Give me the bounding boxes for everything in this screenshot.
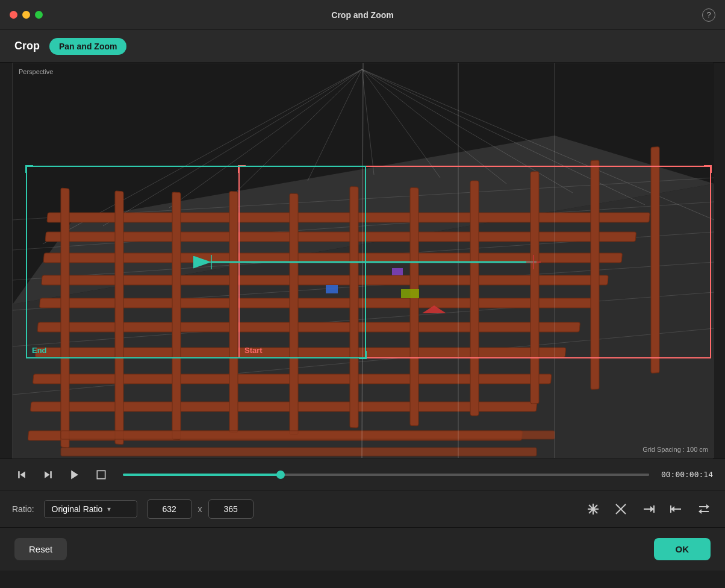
help-button[interactable]: ? [702, 8, 715, 22]
svg-rect-56 [18, 471, 20, 478]
minimize-button[interactable] [22, 11, 30, 19]
tab-pan-zoom[interactable]: Pan and Zoom [49, 38, 126, 55]
svg-rect-69 [653, 505, 655, 513]
svg-marker-57 [45, 471, 49, 478]
viewport[interactable]: Perspective Grid Spacing : 100 cm [13, 63, 714, 458]
svg-rect-39 [651, 147, 659, 374]
svg-rect-22 [42, 275, 608, 285]
ratio-height-input[interactable] [208, 499, 254, 519]
svg-rect-32 [229, 192, 238, 433]
crop-clear-button[interactable] [612, 500, 630, 518]
svg-marker-55 [20, 471, 25, 478]
svg-marker-59 [71, 470, 78, 479]
chevron-down-icon: ▾ [107, 505, 111, 513]
scrubber[interactable] [123, 474, 649, 476]
svg-rect-33 [290, 193, 298, 434]
svg-line-7 [362, 69, 374, 175]
svg-rect-27 [30, 402, 537, 411]
ratio-selected-value: Original Ratio [52, 504, 103, 514]
svg-rect-29 [61, 188, 69, 448]
crop-arrow-left-icon [670, 502, 683, 516]
ratio-select[interactable]: Original Ratio ▾ [44, 500, 137, 518]
crop-arrow-right-icon [642, 502, 655, 516]
svg-rect-44 [401, 289, 419, 298]
ok-button[interactable]: OK [654, 538, 711, 560]
svg-rect-34 [350, 187, 358, 428]
svg-rect-43 [392, 268, 403, 275]
svg-rect-41 [61, 448, 537, 456]
svg-line-8 [362, 69, 440, 178]
play-icon [69, 469, 81, 481]
crop-full-icon [587, 502, 600, 516]
step-back-icon [16, 469, 28, 481]
window-title: Crop and Zoom [331, 10, 393, 20]
scrubber-track [123, 474, 649, 476]
crop-arrow-left-button[interactable] [667, 500, 685, 518]
svg-rect-60 [97, 471, 105, 478]
viewport-wrapper: Perspective Grid Spacing : 100 cm [12, 63, 713, 458]
title-bar: Crop and Zoom ? [0, 0, 725, 30]
svg-marker-76 [699, 509, 702, 514]
ratio-bar: Ratio: Original Ratio ▾ x [0, 490, 725, 527]
action-bar: Reset OK [0, 527, 725, 571]
ratio-tools [584, 500, 713, 518]
svg-rect-19 [47, 213, 650, 222]
svg-line-6 [308, 69, 362, 181]
maximize-button[interactable] [35, 11, 43, 19]
scene-svg [13, 63, 714, 458]
ratio-label: Ratio: [12, 504, 34, 514]
crop-arrow-right-button[interactable] [639, 500, 658, 518]
timecode: 00:00:00:14 [661, 470, 713, 479]
reset-button[interactable]: Reset [14, 538, 67, 560]
perspective-label: Perspective [19, 68, 53, 75]
svg-rect-38 [591, 160, 599, 389]
crop-swap-icon [697, 502, 711, 516]
tab-bar: Crop Pan and Zoom [0, 30, 725, 63]
svg-rect-72 [670, 505, 671, 513]
transport-bar: 00:00:00:14 [0, 458, 725, 490]
step-back-button[interactable] [12, 465, 31, 484]
scrubber-container[interactable] [123, 474, 649, 476]
svg-rect-40 [61, 431, 555, 439]
stop-icon [95, 469, 107, 481]
svg-rect-35 [410, 188, 419, 426]
svg-marker-74 [706, 504, 709, 509]
svg-rect-20 [45, 232, 636, 242]
svg-rect-30 [115, 191, 123, 445]
crop-swap-button[interactable] [695, 500, 713, 518]
crop-clear-icon [614, 502, 627, 516]
svg-rect-42 [326, 285, 338, 293]
crop-full-button[interactable] [584, 500, 602, 518]
ratio-width-input[interactable] [147, 499, 192, 519]
svg-rect-31 [172, 192, 181, 440]
grid-spacing-label: Grid Spacing : 100 cm [643, 446, 708, 453]
tab-crop[interactable]: Crop [14, 40, 40, 52]
close-button[interactable] [10, 11, 17, 19]
dimension-x-separator: x [198, 504, 202, 514]
svg-rect-58 [50, 471, 52, 478]
step-forward-icon [42, 469, 54, 481]
svg-rect-36 [470, 181, 479, 416]
play-button[interactable] [65, 465, 84, 484]
step-forward-button[interactable] [39, 465, 58, 484]
scrubber-thumb [276, 471, 285, 479]
stop-button[interactable] [92, 465, 111, 484]
ratio-dimension: x [147, 499, 254, 519]
viewport-bg: Perspective Grid Spacing : 100 cm [13, 63, 714, 458]
svg-rect-37 [531, 172, 539, 404]
window-controls [10, 11, 43, 19]
